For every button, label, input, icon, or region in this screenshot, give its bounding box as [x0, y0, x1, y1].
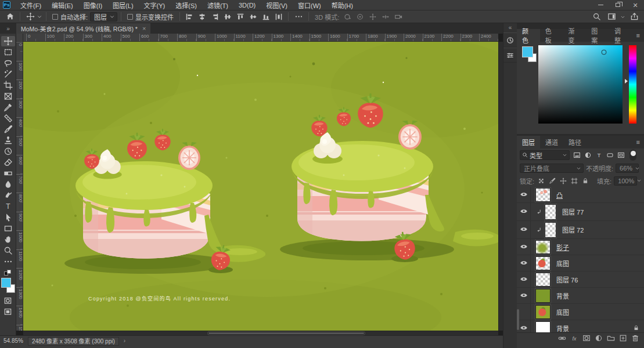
show-transform-checkbox[interactable] [127, 14, 133, 20]
color-tab-4[interactable]: 图案 [586, 29, 609, 42]
align-right-button[interactable] [209, 12, 221, 22]
layer-thumbnail[interactable] [545, 204, 556, 220]
layer-row[interactable]: 背景 [517, 288, 644, 304]
layer-row[interactable]: 背景 [517, 320, 644, 332]
auto-select-checkbox[interactable] [52, 14, 58, 20]
layer-row[interactable]: 图层 76 [517, 271, 644, 288]
3d-slide-button[interactable] [380, 12, 391, 22]
panel-foreground-color-swatch[interactable] [522, 46, 533, 57]
history-brush-tool[interactable] [1, 146, 15, 157]
healing-brush-tool[interactable] [1, 113, 15, 124]
path-selection-tool[interactable] [1, 212, 15, 223]
edit-toolbar[interactable] [1, 256, 15, 267]
pen-tool[interactable] [1, 190, 15, 201]
align-top-button[interactable] [235, 12, 246, 22]
clone-stamp-tool[interactable] [1, 135, 15, 146]
distribute-h-button[interactable] [273, 12, 285, 22]
filter-toggle-switch[interactable] [629, 150, 636, 161]
type-tool[interactable]: T [1, 201, 15, 212]
layer-thumbnail[interactable] [535, 273, 551, 287]
menu-filter[interactable]: 滤镜(T) [202, 0, 233, 10]
color-tab-2[interactable]: 色板 [540, 29, 563, 42]
layers-tab-2[interactable]: 通道 [540, 136, 563, 148]
layer-thumbnail[interactable] [535, 256, 551, 270]
fill-field[interactable]: 100% [614, 176, 637, 186]
hand-tool[interactable] [1, 234, 15, 245]
default-colors-icon[interactable] [4, 270, 12, 277]
layer-thumbnail[interactable] [535, 305, 551, 319]
filter-type-button[interactable]: T [593, 150, 604, 160]
crop-tool[interactable] [1, 80, 15, 90]
layer-thumbnail[interactable] [535, 289, 551, 303]
layer-row[interactable]: 图层 72 [517, 221, 644, 239]
filter-pixel-button[interactable] [571, 150, 582, 160]
layer-row[interactable]: 底图 [517, 255, 644, 271]
auto-select-target-dropdown[interactable]: 图层 [90, 12, 117, 21]
align-bottom-button[interactable] [260, 12, 272, 22]
search-button[interactable] [590, 12, 603, 22]
marquee-tool[interactable] [1, 47, 15, 57]
menu-image[interactable]: 图像(I) [78, 0, 107, 10]
quick-mask-button[interactable] [1, 295, 15, 306]
rectangle-tool[interactable] [1, 223, 15, 234]
saturation-brightness-field[interactable] [538, 45, 623, 124]
layer-thumbnail[interactable] [535, 240, 551, 254]
layer-name[interactable]: 图层 77 [562, 207, 584, 216]
visibility-toggle[interactable] [517, 203, 531, 220]
3d-pan-button[interactable] [367, 12, 379, 22]
ruler-origin-corner[interactable] [16, 34, 23, 42]
menu-window[interactable]: 窗口(W) [293, 0, 326, 10]
lock-move-button[interactable] [559, 176, 568, 186]
color-field-marker[interactable] [602, 50, 607, 55]
close-button[interactable]: ✕ [627, 0, 644, 10]
opacity-field[interactable]: 66% [616, 164, 639, 173]
gradient-tool[interactable] [1, 168, 15, 179]
layers-panel-menu-icon[interactable]: ≡ [632, 136, 644, 148]
toolbar-collapse-chevron[interactable]: » [0, 23, 16, 34]
restore-button[interactable] [609, 0, 627, 10]
visibility-toggle[interactable] [517, 255, 531, 271]
new-adjustment-button[interactable] [593, 334, 604, 343]
filter-smart-button[interactable] [616, 150, 626, 160]
add-mask-button[interactable] [581, 334, 592, 343]
canvas-horizontal-scrollbar[interactable] [23, 331, 498, 335]
workspace-chevron[interactable] [620, 12, 625, 22]
visibility-toggle[interactable] [517, 239, 531, 255]
delete-layer-button[interactable] [630, 334, 641, 343]
color-panel-menu-icon[interactable]: ≡ [632, 29, 644, 42]
home-button[interactable] [3, 12, 16, 22]
visibility-toggle[interactable] [517, 271, 531, 287]
link-layers-button[interactable] [557, 334, 567, 343]
more-align-options-button[interactable] [292, 12, 305, 22]
brush-tool[interactable] [1, 124, 15, 135]
lock-artboard-button[interactable] [570, 176, 579, 186]
move-tool[interactable] [1, 36, 15, 46]
layer-name[interactable]: 影子 [556, 242, 569, 252]
menu-help[interactable]: 帮助(H) [326, 0, 358, 10]
layer-thumbnail[interactable] [535, 188, 551, 202]
canvas-vertical-scrollbar[interactable] [498, 42, 503, 331]
layer-filter-type-dropdown[interactable]: 类型 [520, 150, 570, 160]
vertical-ruler[interactable]: 0100200300400500600700800900100011001200… [16, 42, 23, 331]
status-menu-chevron[interactable]: › [124, 337, 125, 344]
share-button[interactable] [628, 12, 641, 22]
quick-selection-tool[interactable] [1, 69, 15, 79]
foreground-color-swatch[interactable] [1, 278, 11, 288]
lock-all-button[interactable] [581, 176, 590, 186]
layers-tab-1[interactable]: 图层 [517, 136, 540, 148]
menu-edit[interactable]: 编辑(E) [46, 0, 78, 10]
layer-name[interactable]: 凸 [556, 190, 563, 200]
dock-collapse-chevron[interactable]: « [509, 23, 512, 31]
eraser-tool[interactable] [1, 157, 15, 168]
frame-tool[interactable] [1, 91, 15, 102]
layer-scroll-thumb[interactable] [517, 309, 519, 330]
document-tab[interactable]: MoMo-美食2.psd @ 54.9% (线稿, RGB/8) * × [16, 23, 150, 34]
visibility-toggle[interactable] [517, 288, 531, 303]
blur-tool[interactable] [1, 179, 15, 190]
layer-row[interactable]: 凸 [517, 187, 644, 203]
layers-tab-3[interactable]: 路径 [563, 136, 587, 148]
tool-preset-chevron[interactable] [37, 12, 42, 22]
lock-brush-button[interactable] [548, 176, 557, 186]
3d-zoom-button[interactable] [393, 12, 404, 22]
zoom-tool[interactable] [1, 245, 15, 256]
